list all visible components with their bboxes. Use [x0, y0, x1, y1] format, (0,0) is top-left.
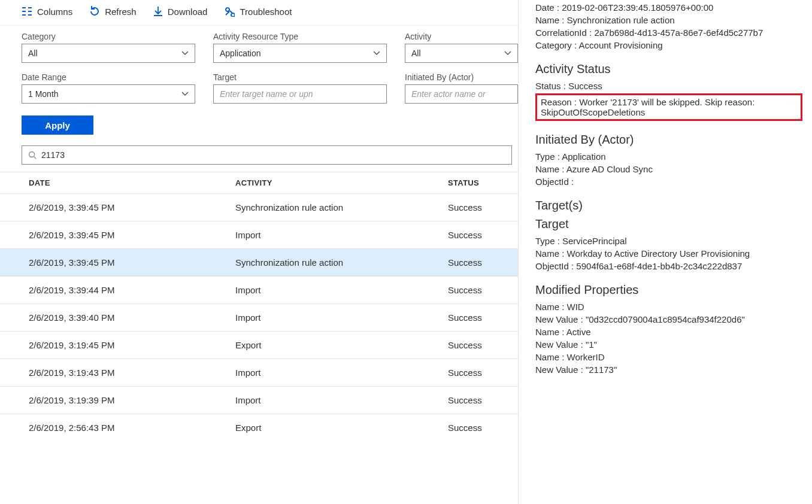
apply-button[interactable]: Apply: [22, 116, 93, 135]
search-value: 21173: [41, 150, 65, 160]
table-row[interactable]: 2/6/2019, 3:19:43 PMImportSuccess: [0, 359, 518, 386]
filter-target: Target Enter target name or upn: [213, 72, 387, 104]
filter-activity-label: Activity: [405, 32, 518, 41]
initiated-by-heading: Initiated By (Actor): [535, 133, 802, 147]
cell-activity: Export: [235, 423, 448, 433]
modified-properties-heading: Modified Properties: [535, 283, 802, 297]
cell-activity: Import: [235, 368, 448, 378]
cell-activity: Import: [235, 312, 448, 323]
refresh-label: Refresh: [105, 7, 137, 17]
header-activity[interactable]: ACTIVITY: [235, 178, 448, 187]
table-header: DATE ACTIVITY STATUS: [0, 172, 518, 193]
detail-date: Date : 2019-02-06T23:39:45.1805976+00:00: [535, 2, 802, 13]
filter-initiatedby-label: Initiated By (Actor): [405, 72, 518, 82]
filter-resource-type: Activity Resource Type Application: [213, 32, 387, 63]
filter-resource-select[interactable]: Application: [213, 44, 387, 63]
actor-type: Type : Application: [535, 151, 802, 162]
table-row[interactable]: 2/6/2019, 3:39:40 PMImportSuccess: [0, 303, 518, 331]
filter-initiatedby-input[interactable]: Enter actor name or: [405, 84, 518, 104]
table-row[interactable]: 2/6/2019, 3:19:45 PMExportSuccess: [0, 331, 518, 359]
filter-category-value: All: [28, 48, 38, 58]
search-icon: [28, 151, 37, 159]
modprop-value: New Value : "21173": [535, 365, 802, 375]
table-row[interactable]: 2/6/2019, 2:56:43 PMExportSuccess: [0, 414, 518, 441]
cell-status: Success: [448, 285, 506, 295]
cell-date: 2/6/2019, 3:39:45 PM: [29, 202, 235, 212]
cell-activity: Import: [235, 395, 448, 405]
filter-activity-select[interactable]: All: [405, 44, 518, 63]
cell-date: 2/6/2019, 3:39:40 PM: [29, 312, 235, 323]
detail-category: Category : Account Provisioning: [535, 40, 802, 50]
filter-resource-label: Activity Resource Type: [213, 32, 387, 41]
filters: Category All Activity Resource Type Appl…: [0, 25, 518, 110]
cell-status: Success: [448, 202, 506, 212]
cell-date: 2/6/2019, 3:19:39 PM: [29, 395, 235, 405]
download-label: Download: [168, 7, 208, 17]
chevron-down-icon: [504, 51, 511, 56]
target-name: Name : Workday to Active Directory User …: [535, 248, 802, 259]
filter-initiatedby: Initiated By (Actor) Enter actor name or: [405, 72, 518, 104]
header-status[interactable]: STATUS: [448, 178, 506, 187]
cell-activity: Synchronization rule action: [235, 202, 448, 212]
cell-activity: Export: [235, 340, 448, 350]
cell-activity: Import: [235, 230, 448, 240]
filter-activity: Activity All: [405, 32, 518, 63]
modprop-value: New Value : "1": [535, 339, 802, 350]
actor-name: Name : Azure AD Cloud Sync: [535, 164, 802, 174]
filter-target-label: Target: [213, 72, 387, 82]
detail-name: Name : Synchronization rule action: [535, 15, 802, 25]
cell-status: Success: [448, 368, 506, 378]
troubleshoot-button[interactable]: Troubleshoot: [224, 6, 292, 17]
table-row[interactable]: 2/6/2019, 3:39:45 PMSynchronization rule…: [0, 248, 518, 276]
cell-activity: Import: [235, 285, 448, 295]
table-row[interactable]: 2/6/2019, 3:39:45 PMImportSuccess: [0, 221, 518, 248]
columns-label: Columns: [37, 7, 72, 17]
table-body: 2/6/2019, 3:39:45 PMSynchronization rule…: [0, 193, 518, 441]
table-row[interactable]: 2/6/2019, 3:39:45 PMSynchronization rule…: [0, 193, 518, 221]
activity-status-heading: Activity Status: [535, 62, 802, 76]
filter-category-label: Category: [22, 32, 195, 41]
filter-daterange: Date Range 1 Month: [22, 72, 195, 104]
search-input[interactable]: 21173: [22, 145, 512, 165]
filter-daterange-label: Date Range: [22, 72, 195, 82]
search-wrap: 21173: [0, 135, 518, 165]
targets-heading: Target(s): [535, 199, 802, 212]
detail-reason: Reason : Worker '21173' will be skipped.…: [541, 97, 755, 117]
cell-date: 2/6/2019, 3:39:45 PM: [29, 257, 235, 268]
columns-button[interactable]: Columns: [22, 7, 72, 17]
cell-status: Success: [448, 230, 506, 240]
main-content: Columns Refresh Download Troubleshoot Ca…: [0, 0, 519, 504]
cell-status: Success: [448, 395, 506, 405]
filter-daterange-select[interactable]: 1 Month: [22, 84, 195, 104]
chevron-down-icon: [181, 92, 189, 96]
filter-daterange-value: 1 Month: [28, 89, 59, 99]
refresh-icon: [89, 6, 100, 17]
filter-initiatedby-placeholder: Enter actor name or: [411, 89, 486, 99]
cell-status: Success: [448, 423, 506, 433]
cell-date: 2/6/2019, 3:39:45 PM: [29, 230, 235, 240]
filter-category-select[interactable]: All: [22, 44, 195, 63]
filter-resource-value: Application: [220, 48, 261, 58]
audit-log-table: DATE ACTIVITY STATUS 2/6/2019, 3:39:45 P…: [0, 172, 518, 441]
actor-objectid: ObjectId :: [535, 177, 802, 187]
modprop-value: New Value : "0d32ccd079004a1c8954caf934f…: [535, 314, 802, 324]
target-heading: Target: [535, 217, 802, 231]
table-row[interactable]: 2/6/2019, 3:19:39 PMImportSuccess: [0, 386, 518, 414]
download-button[interactable]: Download: [153, 6, 208, 17]
header-date[interactable]: DATE: [29, 178, 235, 187]
cell-status: Success: [448, 340, 506, 350]
cell-date: 2/6/2019, 3:19:45 PM: [29, 340, 235, 350]
details-pane: Date : 2019-02-06T23:39:45.1805976+00:00…: [519, 0, 812, 504]
cell-date: 2/6/2019, 2:56:43 PM: [29, 423, 235, 433]
troubleshoot-icon: [224, 6, 235, 17]
refresh-button[interactable]: Refresh: [89, 6, 137, 17]
download-icon: [153, 6, 163, 17]
modprop-name: Name : Active: [535, 327, 802, 337]
svg-point-6: [29, 152, 35, 157]
cell-date: 2/6/2019, 3:19:43 PM: [29, 368, 235, 378]
cell-status: Success: [448, 257, 506, 268]
table-row[interactable]: 2/6/2019, 3:39:44 PMImportSuccess: [0, 276, 518, 303]
filter-activity-value: All: [411, 48, 421, 58]
filter-category: Category All: [22, 32, 195, 63]
filter-target-input[interactable]: Enter target name or upn: [213, 84, 387, 104]
